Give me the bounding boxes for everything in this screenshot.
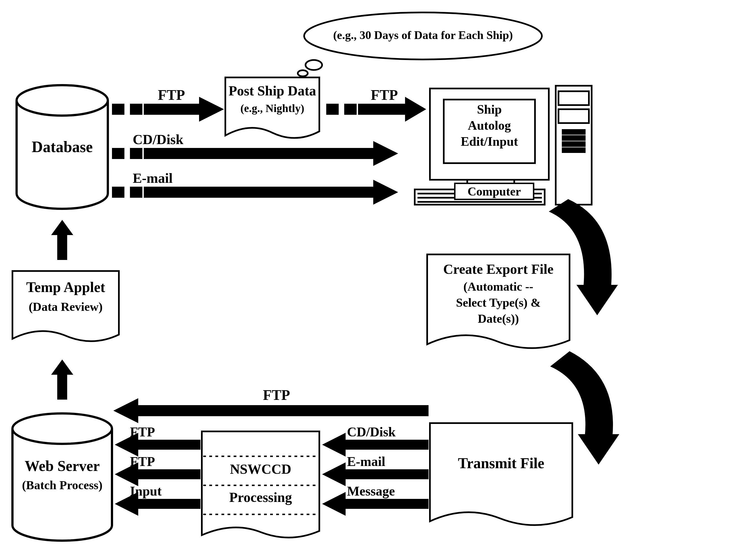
svg-rect-29	[144, 187, 373, 198]
edge-ftp-2: FTP	[357, 87, 412, 103]
svg-rect-16	[563, 136, 585, 140]
svg-point-11	[298, 70, 308, 76]
svg-marker-42	[322, 462, 345, 486]
export-l2: (Automatic --	[427, 280, 569, 293]
edge-ftp-long: FTP	[235, 387, 318, 403]
transmit-title: Transmit File	[430, 455, 572, 472]
autolog-l1: Ship	[444, 102, 535, 117]
svg-point-8	[16, 85, 108, 116]
post-ship-title: Post Ship Data	[225, 83, 319, 99]
applet-sub: (Data Review)	[12, 300, 119, 313]
svg-rect-43	[345, 499, 429, 509]
svg-point-36	[12, 413, 112, 444]
webserver-sub: (Batch Process)	[12, 478, 112, 492]
svg-marker-40	[322, 433, 345, 456]
nswccd-doc	[202, 432, 319, 537]
svg-point-10	[305, 60, 322, 70]
nswccd-l2: Processing	[202, 489, 319, 505]
transmit-file-doc	[430, 423, 572, 525]
webserver-title: Web Server	[12, 458, 112, 474]
svg-rect-14	[558, 109, 589, 123]
svg-rect-47	[138, 469, 200, 479]
arrow-ws-to-applet	[51, 360, 73, 400]
nswccd-l1: NSWCCD	[202, 461, 319, 477]
edge-ftp-3: FTP	[130, 424, 202, 440]
computer-label: Computer	[455, 185, 533, 198]
edge-msg: Message	[347, 484, 430, 498]
arrow-applet-to-db	[51, 220, 73, 260]
callout-bubble	[298, 12, 542, 76]
svg-rect-45	[138, 440, 200, 450]
svg-rect-41	[345, 469, 429, 479]
edge-cd-2: CD/Disk	[347, 424, 430, 440]
svg-rect-49	[138, 499, 200, 509]
applet-title: Temp Applet	[12, 279, 119, 295]
autolog-l3: Edit/Input	[444, 135, 535, 149]
export-l4: Date(s))	[427, 312, 569, 326]
svg-rect-27	[144, 148, 373, 159]
callout-text: (e.g., 30 Days of Data for Each Ship)	[304, 29, 542, 42]
edge-ftp-4: FTP	[130, 454, 202, 469]
svg-rect-13	[558, 91, 589, 105]
svg-marker-32	[578, 434, 619, 464]
autolog-l2: Autolog	[444, 118, 535, 133]
export-l3: Select Type(s) &	[427, 296, 569, 309]
svg-rect-18	[563, 148, 585, 152]
svg-marker-31	[576, 285, 618, 315]
svg-marker-30	[373, 180, 398, 204]
export-title: Create Export File	[427, 261, 569, 277]
edge-input: Input	[130, 484, 202, 498]
svg-rect-15	[563, 130, 585, 134]
web-server-cylinder	[12, 413, 112, 540]
edge-cd-1: CD/Disk	[133, 132, 216, 147]
svg-rect-17	[563, 142, 585, 146]
edge-ftp-1: FTP	[144, 87, 199, 103]
post-ship-sub: (e.g., Nightly)	[225, 102, 319, 115]
svg-marker-28	[373, 141, 398, 166]
svg-rect-37	[138, 405, 429, 416]
database-label: Database	[16, 138, 108, 156]
edge-email-1: E-mail	[133, 170, 216, 186]
svg-rect-39	[345, 440, 429, 450]
diagram-canvas: Database Post Ship Data (e.g., Nightly) …	[0, 0, 744, 560]
svg-marker-38	[113, 398, 138, 423]
svg-marker-44	[322, 492, 345, 516]
edge-email-2: E-mail	[347, 454, 430, 469]
